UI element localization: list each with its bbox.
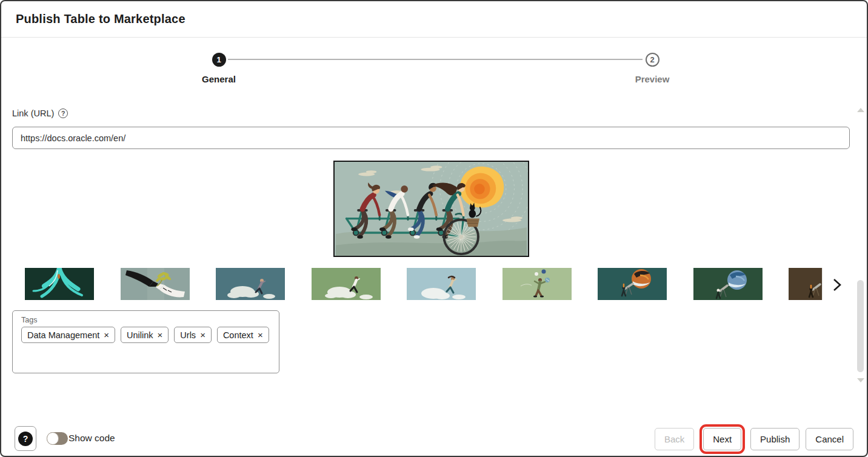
link-url-input[interactable] xyxy=(12,127,850,149)
tag-chip-urls: Urls × xyxy=(174,327,212,343)
chevron-right-icon xyxy=(833,278,841,292)
toggle-knob xyxy=(47,432,59,445)
help-button[interactable]: ? xyxy=(15,426,36,451)
cancel-button[interactable]: Cancel xyxy=(806,428,853,450)
tags-field[interactable]: Tags Data Management × Unilink × Urls × … xyxy=(12,310,279,373)
show-code-label: Show code xyxy=(68,433,115,444)
question-mark-icon: ? xyxy=(18,432,33,446)
scrollbar-up-icon[interactable] xyxy=(857,108,864,112)
thumbnail-juggler[interactable] xyxy=(502,268,572,300)
thumbnail-cloud-climb-green[interactable] xyxy=(312,268,381,300)
step-2-label: Preview xyxy=(635,74,670,84)
tandem-bicycle-illustration xyxy=(335,162,528,256)
remove-tag-icon[interactable]: × xyxy=(258,330,263,340)
step-2-circle: 2 xyxy=(646,53,659,67)
show-code-toggle[interactable] xyxy=(47,432,68,445)
dialog-header: Publish Table to Marketplace xyxy=(1,1,867,38)
stepper-connector-line xyxy=(228,59,643,60)
link-url-label: Link (URL) xyxy=(12,108,54,118)
next-button[interactable]: Next xyxy=(703,428,741,450)
tag-chip-unilink: Unilink × xyxy=(121,327,169,343)
selected-image-preview xyxy=(333,161,529,257)
thumbnail-telescope-orange-planet[interactable] xyxy=(598,268,667,300)
tags-label: Tags xyxy=(21,316,270,324)
thumbnail-roots[interactable] xyxy=(25,268,94,300)
tag-chip-label: Data Management xyxy=(27,330,99,340)
tag-chip-label: Context xyxy=(223,330,253,340)
back-button[interactable]: Back xyxy=(655,428,694,450)
stepper-step-general[interactable]: 1 General xyxy=(176,53,261,84)
remove-tag-icon[interactable]: × xyxy=(104,330,109,340)
remove-tag-icon[interactable]: × xyxy=(158,330,163,340)
remove-tag-icon[interactable]: × xyxy=(200,330,205,340)
scrollbar-thumb[interactable] xyxy=(857,280,864,372)
scrollbar-down-icon[interactable] xyxy=(857,378,864,382)
step-1-label: General xyxy=(202,74,236,84)
next-thumbnails-button[interactable] xyxy=(830,278,844,292)
publish-button[interactable]: Publish xyxy=(750,428,800,450)
thumbnail-cloud-climb-teal[interactable] xyxy=(216,268,285,300)
tag-chip-label: Urls xyxy=(180,330,196,340)
publish-table-dialog: Publish Table to Marketplace 1 General 2… xyxy=(0,0,868,457)
link-help-icon[interactable]: ? xyxy=(58,108,68,118)
dialog-title: Publish Table to Marketplace xyxy=(16,12,185,26)
thumbnail-hands[interactable] xyxy=(121,268,190,300)
step-1-circle: 1 xyxy=(212,53,226,67)
stepper-step-preview[interactable]: 2 Preview xyxy=(610,53,695,84)
tag-chip-data-management: Data Management × xyxy=(21,327,115,343)
thumbnail-cloud-climb-blue[interactable] xyxy=(407,268,476,300)
tag-chip-label: Unilink xyxy=(127,330,153,340)
thumbnail-telescope-blue-planet[interactable] xyxy=(693,268,763,300)
tag-chip-context: Context × xyxy=(217,327,269,343)
thumbnail-telescope-brown[interactable] xyxy=(789,268,823,300)
